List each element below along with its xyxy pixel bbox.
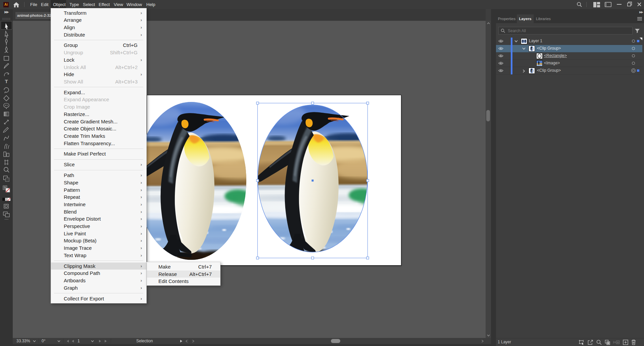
svg-text:?: ? bbox=[4, 186, 6, 189]
